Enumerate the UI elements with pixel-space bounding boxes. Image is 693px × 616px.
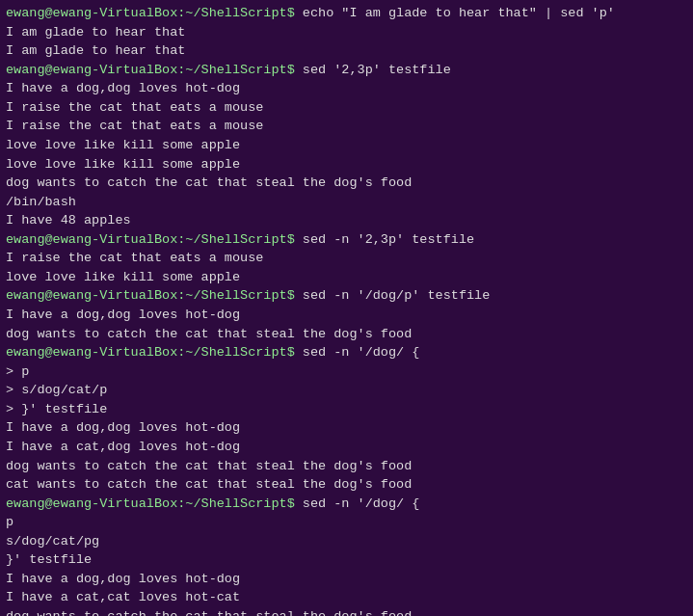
- prompt-line: ewang@ewang-VirtualBox:~/ShellScript$ se…: [6, 286, 687, 306]
- output-line: I am glade to hear that: [6, 41, 687, 61]
- prompt-line: ewang@ewang-VirtualBox:~/ShellScript$ ec…: [6, 4, 687, 23]
- prompt-line: ewang@ewang-VirtualBox:~/ShellScript$ se…: [6, 61, 687, 80]
- output-line: I have a dog,dog loves hot-dog: [6, 570, 687, 589]
- output-line: dog wants to catch the cat that steal th…: [6, 607, 687, 616]
- output-line: love love like kill some apple: [6, 268, 687, 287]
- output-line: I have a dog,dog loves hot-dog: [6, 306, 687, 325]
- output-line: > p: [6, 362, 687, 382]
- output-line: love love like kill some apple: [6, 136, 687, 155]
- output-line: dog wants to catch the cat that steal th…: [6, 174, 687, 193]
- output-line: I raise the cat that eats a mouse: [6, 249, 687, 268]
- output-line: I have a dog,dog loves hot-dog: [6, 79, 687, 98]
- output-line: I have a cat,cat loves hot-cat: [6, 588, 687, 607]
- output-line: > }' testfile: [6, 400, 687, 419]
- output-line: cat wants to catch the cat that steal th…: [6, 475, 687, 495]
- prompt-line: ewang@ewang-VirtualBox:~/ShellScript$ se…: [6, 343, 687, 362]
- output-line: dog wants to catch the cat that steal th…: [6, 325, 687, 344]
- output-line: dog wants to catch the cat that steal th…: [6, 457, 687, 476]
- output-line: I raise the cat that eats a mouse: [6, 98, 687, 118]
- output-line: love love like kill some apple: [6, 155, 687, 174]
- output-line: I have a dog,dog loves hot-dog: [6, 418, 687, 438]
- output-line: }' testfile: [6, 550, 687, 570]
- output-line: I raise the cat that eats a mouse: [6, 117, 687, 136]
- output-line: p: [6, 513, 687, 532]
- terminal-window: ewang@ewang-VirtualBox:~/ShellScript$ ec…: [0, 0, 693, 616]
- prompt-line: ewang@ewang-VirtualBox:~/ShellScript$ se…: [6, 495, 687, 514]
- output-line: I have a cat,dog loves hot-dog: [6, 438, 687, 457]
- output-line: /bin/bash: [6, 193, 687, 212]
- output-line: I am glade to hear that: [6, 23, 687, 42]
- output-line: s/dog/cat/pg: [6, 532, 687, 551]
- prompt-line: ewang@ewang-VirtualBox:~/ShellScript$ se…: [6, 230, 687, 250]
- output-line: I have 48 apples: [6, 211, 687, 230]
- output-line: > s/dog/cat/p: [6, 381, 687, 400]
